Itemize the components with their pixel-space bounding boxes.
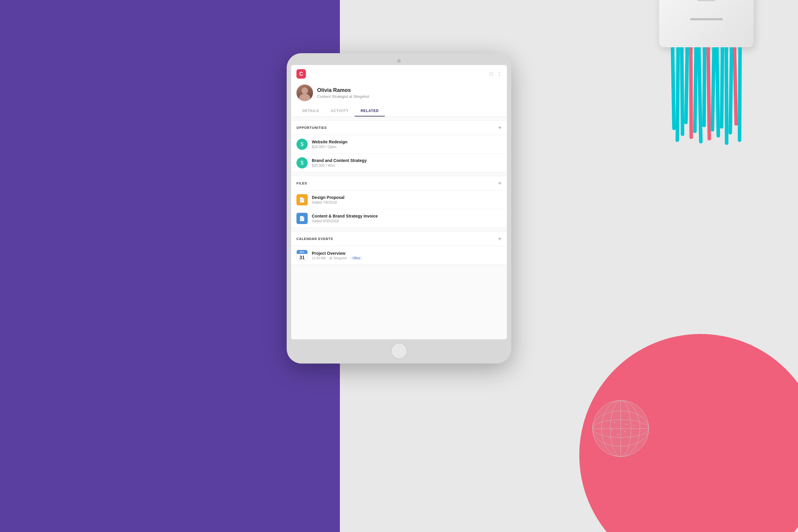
contact-header: Olivia Ramos Content Strategist at Sling… bbox=[291, 81, 507, 106]
event-content-0: Project Overview 12:30 AM @ Slingshot Of… bbox=[312, 251, 363, 260]
contact-info: Olivia Ramos Content Strategist at Sling… bbox=[317, 87, 369, 99]
files-header: FILES + bbox=[291, 176, 507, 191]
opportunity-title-0: Website Redesign bbox=[312, 139, 347, 144]
svg-point-14 bbox=[629, 418, 630, 419]
files-title: FILES bbox=[297, 182, 307, 185]
svg-point-15 bbox=[634, 425, 634, 426]
event-meta-0: 12:30 AM @ Slingshot Office bbox=[312, 256, 363, 260]
edit-icon[interactable]: □ bbox=[490, 71, 493, 77]
add-event-button[interactable]: + bbox=[498, 236, 501, 242]
tab-bar: DETAILS ACTIVITY RELATED bbox=[291, 106, 507, 117]
event-time: 12:30 AM bbox=[312, 256, 325, 260]
tab-related[interactable]: RELATED bbox=[355, 106, 384, 116]
file-icon-0: 📄 bbox=[297, 194, 308, 205]
tablet-camera bbox=[397, 59, 401, 63]
opportunities-title: OPPORTUNITIES bbox=[297, 126, 327, 130]
file-icon-1: 📄 bbox=[297, 213, 308, 224]
tab-details[interactable]: DETAILS bbox=[297, 106, 325, 116]
contact-title: Content Strategist at Slingshot bbox=[317, 94, 369, 99]
opportunities-header: OPPORTUNITIES + bbox=[291, 120, 507, 135]
tab-activity[interactable]: ACTIVITY bbox=[325, 106, 355, 116]
opportunity-content-0: Website Redesign $18,000 / Open bbox=[312, 139, 347, 149]
calendar-section: CALENDAR EVENTS + DEC 31 Project Overvie… bbox=[291, 231, 507, 265]
tablet-home-button[interactable] bbox=[391, 343, 407, 359]
file-subtitle-0: Added 7/6/2018 bbox=[312, 201, 344, 205]
svg-point-13 bbox=[611, 430, 612, 431]
files-section: FILES + 📄 Design Proposal Added 7/6/2018… bbox=[291, 176, 507, 228]
tablet: C □ ⋮ Olivia Ramos Content Strategist at… bbox=[287, 53, 511, 363]
opportunity-content-1: Brand and Content Strategy $25,000 / Won bbox=[312, 158, 367, 168]
cal-day: 31 bbox=[297, 254, 307, 261]
add-opportunity-button[interactable]: + bbox=[498, 125, 501, 131]
calendar-icon-0: DEC 31 bbox=[297, 250, 308, 261]
event-tag: Office bbox=[350, 256, 363, 260]
event-location: @ Slingshot bbox=[329, 256, 346, 260]
file-item-0[interactable]: 📄 Design Proposal Added 7/6/2018 bbox=[291, 191, 507, 209]
opportunity-item-0[interactable]: $ Website Redesign $18,000 / Open bbox=[291, 135, 507, 154]
shredder-decoration bbox=[644, 0, 768, 145]
header-actions: □ ⋮ bbox=[490, 71, 501, 77]
svg-point-9 bbox=[620, 419, 621, 420]
opportunity-subtitle-0: $18,000 / Open bbox=[312, 145, 347, 149]
more-icon[interactable]: ⋮ bbox=[497, 71, 501, 77]
event-title-0: Project Overview bbox=[312, 251, 363, 256]
app-logo: C bbox=[297, 69, 306, 79]
svg-point-10 bbox=[626, 423, 627, 425]
file-content-1: Content & Brand Strategy Invoice Added 6… bbox=[312, 214, 378, 223]
calendar-item-0[interactable]: DEC 31 Project Overview 12:30 AM @ Sling… bbox=[291, 246, 507, 265]
calendar-header: CALENDAR EVENTS + bbox=[291, 232, 507, 246]
opportunities-section: OPPORTUNITIES + $ Website Redesign $18,0… bbox=[291, 120, 507, 172]
svg-point-8 bbox=[614, 422, 615, 423]
tablet-screen: C □ ⋮ Olivia Ramos Content Strategist at… bbox=[291, 65, 507, 339]
opportunity-icon-1: $ bbox=[297, 157, 308, 169]
cal-month: DEC bbox=[297, 250, 307, 254]
opportunity-subtitle-1: $25,000 / Won bbox=[312, 164, 367, 168]
contact-name: Olivia Ramos bbox=[317, 87, 369, 93]
globe-decoration bbox=[591, 399, 650, 458]
svg-point-11 bbox=[625, 431, 626, 432]
avatar bbox=[297, 84, 313, 101]
add-file-button[interactable]: + bbox=[498, 180, 501, 186]
svg-point-12 bbox=[617, 434, 618, 435]
app-header: C □ ⋮ bbox=[291, 65, 507, 81]
opportunity-icon-0: $ bbox=[297, 139, 308, 150]
opportunity-item-1[interactable]: $ Brand and Content Strategy $25,000 / W… bbox=[291, 154, 507, 172]
content-area: OPPORTUNITIES + $ Website Redesign $18,0… bbox=[291, 117, 507, 339]
file-title-1: Content & Brand Strategy Invoice bbox=[312, 214, 378, 218]
svg-point-16 bbox=[609, 437, 609, 438]
opportunity-title-1: Brand and Content Strategy bbox=[312, 158, 367, 163]
logo-letter: C bbox=[299, 71, 303, 77]
file-subtitle-1: Added 6/30/2018 bbox=[312, 219, 378, 223]
file-content-0: Design Proposal Added 7/6/2018 bbox=[312, 195, 344, 205]
file-title-0: Design Proposal bbox=[312, 195, 344, 200]
calendar-title: CALENDAR EVENTS bbox=[297, 237, 333, 241]
file-item-1[interactable]: 📄 Content & Brand Strategy Invoice Added… bbox=[291, 209, 507, 228]
